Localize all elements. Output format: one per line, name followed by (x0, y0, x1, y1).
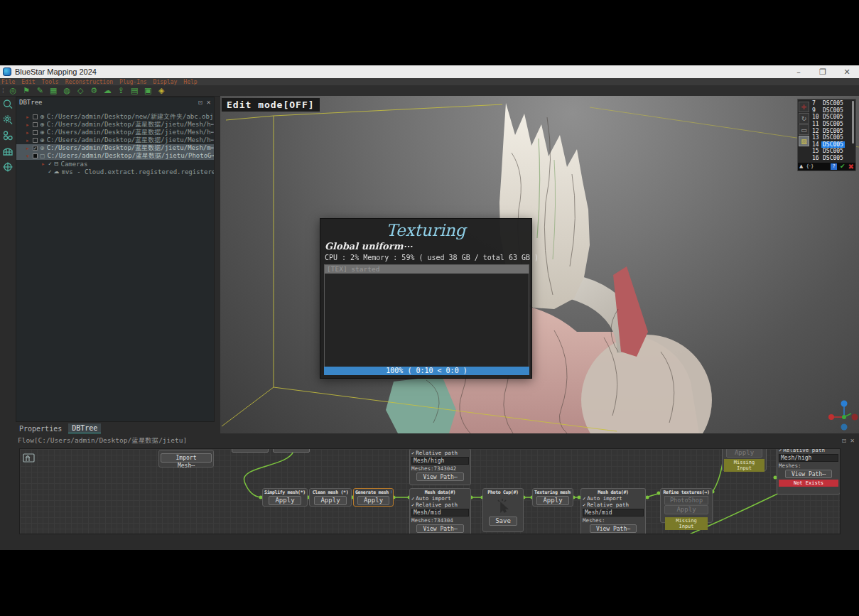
save-button[interactable]: Save (489, 517, 517, 526)
help-button[interactable]: ? (831, 163, 837, 170)
tree-item-label[interactable]: mvs - Cloud.extract.registered.registere… (62, 168, 214, 175)
check-icon[interactable]: ✓ (411, 502, 414, 508)
view-path-button[interactable]: View Path⋯ (590, 524, 637, 533)
camera-row[interactable]: 13DSC005 (810, 134, 854, 141)
texture-grid-icon[interactable]: ▦ (47, 86, 60, 95)
auto-import-label[interactable]: Auto import (416, 495, 451, 502)
relative-path-label[interactable]: Relative path (416, 450, 458, 456)
float-panel-icon[interactable]: ⊡ (198, 99, 203, 106)
photoshop-dropdown[interactable]: PhotoShop (664, 496, 708, 504)
clipped-node-button[interactable] (273, 448, 310, 453)
camera-move-icon[interactable]: ✛ (799, 102, 809, 112)
expand-arrow-icon[interactable]: ▸ (26, 146, 33, 151)
camera-image-icon[interactable]: ▨ (799, 136, 809, 146)
maximize-button[interactable]: ❐ (811, 67, 835, 77)
menu-plugins[interactable]: Plug-Ins (119, 79, 147, 85)
apply-button[interactable]: Apply (314, 496, 346, 505)
tree-item-label[interactable]: Cameras (61, 161, 88, 168)
node-mesh-data-1[interactable]: Mesh data(#) ✓Auto import ✓Relative path… (409, 488, 471, 534)
node-import-mesh[interactable]: Import Mesh⋯ (158, 450, 214, 468)
mesh-icon[interactable]: ◇ (74, 86, 87, 95)
tab-dbtree[interactable]: DBTree (68, 423, 101, 434)
minimize-button[interactable]: – (787, 67, 811, 77)
checkbox[interactable] (33, 138, 38, 143)
apply-button-disabled[interactable]: Apply (664, 505, 708, 514)
check-icon[interactable]: ✓ (779, 448, 782, 453)
import-mesh-button[interactable]: Import Mesh⋯ (161, 453, 212, 463)
camera-row[interactable]: 11DSC005 (810, 121, 854, 128)
relative-path-label[interactable]: Relative path (587, 502, 629, 508)
checkbox[interactable] (33, 130, 38, 135)
tree-row-child[interactable]: ✓ ☁ mvs - Cloud.extract.registered.regis… (16, 168, 214, 175)
node-photo-cup[interactable]: Photo Cup(#) Save (482, 488, 524, 532)
zoom-select-icon[interactable] (0, 112, 16, 128)
float-panel-icon[interactable]: ⊡ (842, 438, 847, 444)
shield-icon[interactable]: ◈ (155, 86, 168, 95)
menu-help[interactable]: Help (183, 79, 197, 85)
tree-row-selected[interactable]: ▾ ▢ C:/Users/admin/Desktop/蓝星数据/jietu/Ph… (16, 152, 214, 160)
menu-file[interactable]: File (1, 79, 15, 85)
node-mesh-data-2[interactable]: Mesh data(#) ✓Auto import ✓Relative path… (580, 488, 646, 534)
menu-tools[interactable]: Tools (42, 79, 59, 85)
camera-card-icon[interactable]: ▭ (799, 124, 809, 135)
camera-row[interactable]: 15DSC005 (810, 148, 854, 155)
mesh-path-input[interactable]: Mesh/mid (411, 509, 469, 517)
expand-arrow-icon[interactable]: ▸ (26, 122, 33, 128)
flag-icon[interactable]: ⚑ (20, 86, 33, 95)
node-texturing-mesh[interactable]: Texturing mesh(*) Apply (532, 488, 573, 507)
viewport-3d[interactable]: Edit mode[OFF] ✛ ↻ ▭ ▨ 7DSC005 9DSC005 1… (220, 96, 859, 433)
relative-path-label[interactable]: Relative path (783, 448, 825, 453)
check-icon[interactable]: ✓ (583, 502, 585, 508)
node-mesh-data-top[interactable]: ✓Relative path Mesh/high Meshes:7343042 … (409, 448, 471, 485)
clipped-node-button[interactable] (232, 448, 269, 453)
dialog-log[interactable]: [TEX] started (324, 264, 529, 367)
mesh-grid-icon[interactable] (0, 144, 16, 159)
checkbox-partial[interactable] (33, 153, 38, 158)
cloud-icon[interactable]: ☁ (101, 86, 114, 95)
title-bar[interactable]: BlueStar Mapping 2024 – ❐ ✕ (0, 65, 859, 78)
node-generate-mesh-uv[interactable]: Generate mesh UV(*) Apply (353, 488, 394, 507)
move-crosshair-icon[interactable] (0, 159, 16, 175)
menu-edit[interactable]: Edit (21, 79, 35, 85)
camera-row[interactable]: 16DSC005 (810, 155, 854, 162)
camera-row-selected[interactable]: 14DSC005 (810, 141, 854, 148)
apply-button[interactable]: Apply (357, 496, 389, 505)
camera-rotate-icon[interactable]: ↻ (799, 113, 809, 124)
package-icon[interactable]: ▣ (141, 86, 155, 95)
close-button[interactable]: ✕ (835, 67, 859, 77)
cancel-icon[interactable]: ✖ (848, 163, 854, 171)
checkbox-checked[interactable]: ✓ (33, 146, 38, 151)
apply-button-disabled[interactable]: Apply (726, 448, 762, 458)
auto-import-label[interactable]: Auto import (587, 495, 622, 502)
camera-scrollbar[interactable] (852, 101, 854, 144)
view-path-button[interactable]: View Path⋯ (416, 524, 463, 533)
apply-button[interactable]: Apply (269, 496, 301, 505)
close-panel-icon[interactable]: ✕ (850, 438, 855, 444)
search-icon[interactable] (0, 97, 16, 112)
uv-icon[interactable]: ◍ (60, 86, 74, 95)
navigate-icon[interactable]: ◎ (6, 86, 20, 95)
node-clean-mesh[interactable]: Clean mesh (*) Apply (309, 488, 352, 507)
mesh-path-input[interactable]: Mesh/high (411, 457, 469, 465)
draw-icon[interactable]: ✎ (33, 86, 47, 95)
apply-button[interactable]: Apply (536, 496, 568, 505)
camera-row[interactable]: 12DSC005 (810, 127, 854, 134)
view-path-button[interactable]: View Path⋯ (416, 472, 463, 481)
camera-row[interactable]: 9DSC005 (810, 107, 854, 114)
menu-reconstruction[interactable]: Reconstruction (65, 79, 113, 85)
sort-up-icon[interactable]: ▲ (799, 163, 803, 169)
checkbox[interactable] (33, 114, 38, 119)
collapse-arrow-icon[interactable]: ▾ (26, 153, 33, 159)
export-icon[interactable]: ⇪ (114, 86, 128, 95)
relative-path-label[interactable]: Relative path (416, 502, 458, 508)
check-icon[interactable]: ✓ (583, 496, 585, 502)
expand-arrow-icon[interactable]: ▸ (26, 114, 33, 120)
node-clipped-top-right[interactable]: Apply Missing Input (722, 448, 767, 471)
node-simplify-mesh[interactable]: Simplify mesh(*) Apply (262, 488, 308, 507)
projector-icon[interactable]: ▤ (128, 86, 141, 95)
check-icon[interactable]: ✓ (411, 496, 414, 502)
expand-arrow-icon[interactable]: ▸ (26, 130, 33, 136)
flow-canvas[interactable]: Import Mesh⋯ Simplify mesh(*) Apply Clea… (19, 448, 841, 534)
link-nodes-icon[interactable] (0, 128, 16, 144)
camera-row[interactable]: 7DSC005 (810, 100, 854, 107)
